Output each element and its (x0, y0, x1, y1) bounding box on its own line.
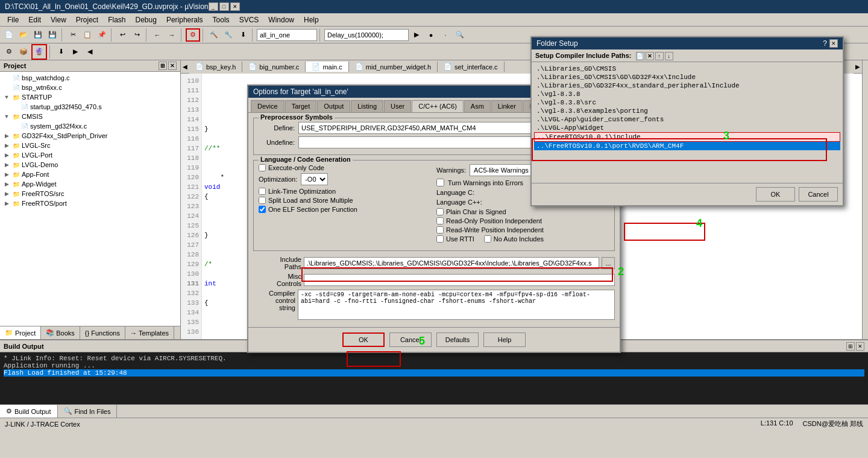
panel-float-btn[interactable]: ⊞ (159, 62, 167, 70)
menu-debug[interactable]: Debug (131, 14, 162, 25)
tree-item-lvgl-src[interactable]: ▶ 📁 LVGL-Src (1, 141, 179, 150)
folder-item-highlighted1[interactable]: ..\FreeRTOSv10.0.1\include (534, 132, 840, 142)
flash-btn[interactable]: ▶ (69, 45, 82, 59)
tree-item-wtn[interactable]: 📄 bsp_wtn6xx.c (1, 83, 179, 92)
code-input[interactable] (324, 29, 409, 41)
folder-item[interactable]: .\LVGL-App\guider_customer_fonts (534, 115, 840, 124)
new-file-btn[interactable]: 📄 (2, 28, 16, 42)
tab-asm[interactable]: Asm (464, 100, 491, 112)
tree-item-system[interactable]: 📄 system_gd32f4xx.c (1, 121, 179, 131)
build-target-btn[interactable]: 📦 (17, 45, 30, 59)
one-elf-check[interactable] (259, 206, 266, 213)
minimize-btn[interactable]: _ (209, 2, 218, 11)
menu-svcs[interactable]: SVCS (234, 14, 264, 25)
tab-user[interactable]: User (384, 100, 411, 112)
menu-file[interactable]: File (2, 14, 24, 25)
fwd-btn[interactable]: → (165, 28, 178, 42)
save-btn[interactable]: 💾 (31, 28, 45, 42)
tab-device[interactable]: Device (251, 100, 285, 112)
tab-project[interactable]: 📁 Project (0, 326, 41, 339)
menu-help[interactable]: Help (299, 14, 324, 25)
tree-item-startup[interactable]: ▼ 📁 STARTUP (1, 92, 179, 102)
tab-target[interactable]: Target (285, 100, 317, 112)
folder-item-selected[interactable]: ..\FreeRTOSv10.0.1\port\RVDS\ARM_CM4F (534, 142, 840, 150)
tab-build-output[interactable]: ⚙ Build Output (0, 405, 58, 418)
tab-set-interface[interactable]: 📄 set_interface.c (438, 62, 505, 72)
tab-main[interactable]: 📄 main.c (306, 62, 348, 72)
open-btn[interactable]: 📂 (17, 28, 30, 42)
defaults-btn[interactable]: Defaults (436, 332, 479, 347)
folder-up-btn[interactable]: ↑ (655, 52, 664, 60)
tree-item-cmsis[interactable]: ▼ 📁 CMSIS (1, 112, 179, 121)
tab-templates[interactable]: → Templates (125, 326, 174, 339)
opt-select[interactable]: -O0 (301, 173, 328, 185)
proj-settings-btn[interactable]: ⚙ (2, 45, 16, 59)
undo-btn[interactable]: ↩ (116, 28, 129, 42)
tree-item-freertos-src[interactable]: ▶ 📁 FreeRTOS/src (1, 189, 179, 199)
warnings-select[interactable]: AC5-like Warnings (470, 164, 540, 176)
folder-item[interactable]: .\Libraries_GD\CMSIS (534, 65, 840, 73)
folder-item[interactable]: .\vgl-8.3.8\examples\porting (534, 107, 840, 115)
use-rtti-check[interactable] (436, 235, 444, 243)
panel-close-btn[interactable]: ✕ (168, 62, 177, 70)
turn-warnings-check[interactable] (436, 179, 444, 186)
read-write-check[interactable] (436, 226, 444, 234)
folder-close-btn[interactable]: ✕ (829, 39, 838, 48)
close-btn[interactable]: ✕ (230, 2, 240, 11)
cut-btn[interactable]: ✂ (66, 28, 80, 42)
scroll-left-btn[interactable]: ◀ (181, 60, 189, 74)
magic-btn[interactable]: 🔮 (31, 44, 47, 60)
search-btn[interactable]: 🔍 (453, 28, 467, 42)
menu-peripherals[interactable]: Peripherals (162, 14, 208, 25)
split-load-check[interactable] (259, 197, 266, 204)
tab-functions[interactable]: {} Functions (80, 326, 125, 339)
run-btn[interactable]: ▶ (410, 28, 423, 42)
compiler-ctrl-textarea[interactable]: -xc -std=c99 -target=arm-am-none-eabi -m… (298, 290, 615, 320)
misc-input[interactable] (304, 274, 615, 286)
target-select[interactable] (257, 29, 317, 41)
tab-find-in-files[interactable]: 🔍 Find In Files (58, 405, 118, 418)
no-auto-check[interactable] (484, 235, 491, 243)
tab-bsp-key[interactable]: 📄 bsp_key.h (189, 62, 242, 72)
maximize-btn[interactable]: □ (219, 2, 229, 11)
execute-only-check[interactable] (259, 164, 266, 171)
redo-btn[interactable]: ↪ (130, 28, 143, 42)
folder-ok-btn[interactable]: OK (756, 187, 795, 202)
folder-item[interactable]: .\vgl-8.3.8\src (534, 98, 840, 107)
browse-include-btn[interactable]: ... (602, 257, 615, 269)
paste-btn[interactable]: 📌 (95, 28, 108, 42)
folder-new-btn[interactable]: 📄 (636, 52, 644, 60)
folder-item[interactable]: .\Libraries_GD\GD32F4xx_standard_periphe… (534, 81, 840, 90)
tree-item-freertos-port[interactable]: ▶ 📁 FreeRTOS/port (1, 199, 179, 208)
menu-window[interactable]: Window (263, 14, 299, 25)
ok-btn[interactable]: OK (342, 332, 385, 347)
tree-item-lvgl-demo[interactable]: ▶ 📁 LVGL-Demo (1, 160, 179, 170)
tree-item-lvgl-port[interactable]: ▶ 📁 LVGL-Port (1, 150, 179, 160)
help-btn[interactable]: Help (483, 332, 526, 347)
target-options-btn[interactable]: ⚙ (186, 28, 200, 42)
bottom-float-btn[interactable]: ⊞ (846, 342, 855, 351)
folder-delete-btn[interactable]: ✕ (646, 52, 654, 60)
menu-flash[interactable]: Flash (103, 14, 130, 25)
tab-output[interactable]: Output (317, 100, 350, 112)
tab-big-number[interactable]: 📄 big_number.c (242, 62, 306, 72)
menu-project[interactable]: Project (71, 14, 103, 25)
folder-item[interactable]: .\LVGL-App\Widget (534, 124, 840, 132)
scroll-right-btn[interactable]: ▶ (854, 60, 862, 74)
tab-linker[interactable]: Linker (491, 100, 523, 112)
tab-listing[interactable]: Listing (351, 100, 383, 112)
tree-item-startup-s[interactable]: 📄 startup_gd32f450_470.s (1, 102, 179, 112)
tree-item-watchdog[interactable]: 📄 bsp_watchdog.c (1, 73, 179, 83)
folder-item[interactable]: .\vgl-8.3.8 (534, 90, 840, 98)
menu-tools[interactable]: Tools (208, 14, 234, 25)
build-btn[interactable]: 🔨 (207, 28, 221, 42)
folder-item[interactable]: .\Libraries_GD\CMSIS\GD\GD32F4xx\Include (534, 73, 840, 81)
link-time-check[interactable] (259, 188, 266, 195)
save-all-btn[interactable]: 💾 (46, 28, 59, 42)
dot-btn[interactable]: · (439, 28, 452, 42)
tab-books[interactable]: 📚 Books (41, 326, 80, 339)
download-btn[interactable]: ⬇ (236, 28, 250, 42)
tab-cpp[interactable]: C/C++ (AC6) (412, 100, 464, 112)
menu-view[interactable]: View (46, 14, 71, 25)
back-btn[interactable]: ← (151, 28, 164, 42)
